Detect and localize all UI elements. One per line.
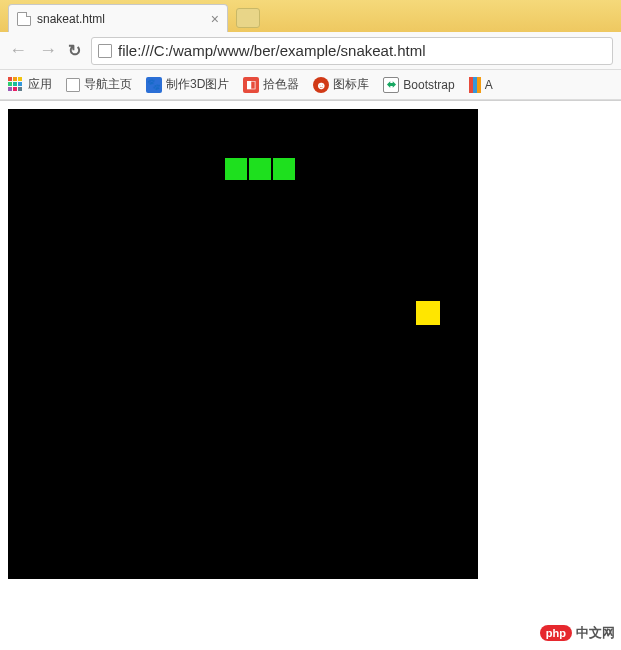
bookmark-color-picker[interactable]: ◧ 拾色器: [243, 76, 299, 93]
bookmark-label: 拾色器: [263, 76, 299, 93]
page-icon: [66, 78, 80, 92]
bookmark-3d[interactable]: 🐾 制作3D图片: [146, 76, 229, 93]
browser-chrome: snakeat.html × ← → ↻ file:///C:/wamp/www…: [0, 0, 621, 101]
multi-icon: [469, 77, 481, 93]
bootstrap-icon: ⬌: [383, 77, 399, 93]
game-canvas[interactable]: [8, 109, 478, 579]
skull-icon: ☻: [313, 77, 329, 93]
bookmark-nav-home[interactable]: 导航主页: [66, 76, 132, 93]
bookmark-label: 制作3D图片: [166, 76, 229, 93]
forward-button[interactable]: →: [38, 40, 58, 61]
tab-title: snakeat.html: [37, 12, 205, 26]
address-bar: ← → ↻ file:///C:/wamp/www/ber/example/sn…: [0, 32, 621, 70]
bookmark-label: 导航主页: [84, 76, 132, 93]
back-button[interactable]: ←: [8, 40, 28, 61]
bookmark-bootstrap[interactable]: ⬌ Bootstrap: [383, 77, 454, 93]
snake-segment: [272, 157, 296, 181]
browser-tab[interactable]: snakeat.html ×: [8, 4, 228, 32]
new-tab-button[interactable]: [236, 8, 260, 28]
url-text: file:///C:/wamp/www/ber/example/snakeat.…: [118, 42, 426, 59]
url-input[interactable]: file:///C:/wamp/www/ber/example/snakeat.…: [91, 37, 613, 65]
paw-icon: 🐾: [146, 77, 162, 93]
snake-segment: [248, 157, 272, 181]
watermark-text: 中文网: [576, 624, 615, 642]
page-icon: [98, 44, 112, 58]
tab-bar: snakeat.html ×: [0, 0, 621, 32]
page-icon: [17, 12, 31, 26]
reload-button[interactable]: ↻: [68, 41, 81, 60]
bookmark-apps[interactable]: 应用: [8, 76, 52, 93]
colorpicker-icon: ◧: [243, 77, 259, 93]
watermark: php 中文网: [540, 624, 615, 642]
food: [416, 301, 440, 325]
bookmark-more[interactable]: A: [469, 77, 493, 93]
watermark-badge: php: [540, 625, 572, 641]
bookmarks-bar: 应用 导航主页 🐾 制作3D图片 ◧ 拾色器 ☻ 图标库 ⬌ Bootstrap…: [0, 70, 621, 100]
bookmark-label: 图标库: [333, 76, 369, 93]
bookmark-icon-lib[interactable]: ☻ 图标库: [313, 76, 369, 93]
bookmark-label: A: [485, 78, 493, 92]
snake-segment: [224, 157, 248, 181]
close-icon[interactable]: ×: [211, 11, 219, 27]
bookmark-label: 应用: [28, 76, 52, 93]
bookmark-label: Bootstrap: [403, 78, 454, 92]
apps-icon: [8, 77, 24, 93]
